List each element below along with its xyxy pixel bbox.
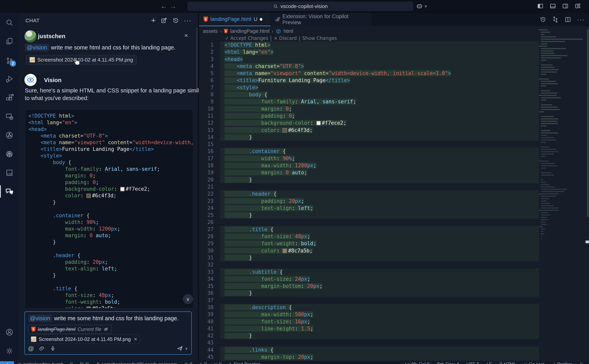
editor-code-line[interactable]: margin: 0 auto; bbox=[220, 169, 539, 176]
chat-scrollbar[interactable] bbox=[196, 27, 198, 90]
editor-code-line[interactable]: } bbox=[220, 212, 539, 219]
editor-code-line[interactable]: } bbox=[220, 290, 539, 297]
chat-code-block[interactable]: <!DOCTYPE html><html lang="en"><head> <m… bbox=[25, 110, 193, 308]
status-item[interactable]: 0 bbox=[184, 362, 192, 364]
editor-code-line[interactable]: .header { bbox=[220, 190, 539, 197]
sidebar-item-run-debug[interactable] bbox=[0, 71, 19, 86]
remove-attachment-icon[interactable]: × bbox=[134, 336, 137, 342]
editor-code-line[interactable]: margin-bottom: 20px; bbox=[220, 283, 539, 290]
accept-changes-link[interactable]: ✓ Accept Changes bbox=[225, 36, 268, 41]
editor-code-line[interactable] bbox=[220, 219, 539, 226]
editor-code-line[interactable]: <html lang="en"> bbox=[220, 48, 539, 55]
compare-changes-icon[interactable] bbox=[552, 16, 559, 23]
editor-code-line[interactable]: margin: 0; bbox=[220, 105, 539, 112]
editor-code-line[interactable]: <meta name="viewport" content="width=dev… bbox=[220, 70, 539, 77]
editor-code-line[interactable] bbox=[220, 261, 539, 268]
editor-code-line[interactable] bbox=[220, 141, 539, 148]
editor-code-line[interactable] bbox=[220, 183, 539, 190]
sidebar-item-explorer[interactable] bbox=[0, 34, 19, 49]
breadcrumb-folder[interactable]: assets bbox=[203, 28, 218, 34]
editor-code-line[interactable]: } bbox=[220, 176, 539, 183]
editor-code-line[interactable]: body { bbox=[220, 91, 539, 98]
editor-code-line[interactable]: font-family: Arial, sans-serif; bbox=[220, 98, 539, 105]
code-editor[interactable]: 1234567891011121314151617181920212223242… bbox=[199, 41, 589, 364]
minimap[interactable] bbox=[539, 29, 586, 322]
close-icon[interactable]: × bbox=[184, 32, 188, 39]
sidebar-item-source-control-graph[interactable] bbox=[0, 128, 19, 143]
remote-indicator[interactable]: ✓ bbox=[0, 361, 14, 364]
sidebar-item-remote-explorer[interactable] bbox=[0, 109, 19, 124]
editor-code-line[interactable] bbox=[220, 297, 539, 304]
editor-code-line[interactable]: color: #8c7a5b; bbox=[220, 247, 539, 254]
editor-code-line[interactable]: } bbox=[220, 332, 539, 339]
tab-extension-preview[interactable]: Extension: Vision for Copilot Preview bbox=[271, 13, 371, 26]
breadcrumb-symbol[interactable]: html bbox=[284, 28, 293, 34]
customize-layout-icon[interactable] bbox=[575, 3, 581, 9]
status-item[interactable]: Tab Size: 4 bbox=[437, 362, 459, 364]
breadcrumb-file[interactable]: landingPage.html bbox=[230, 28, 270, 34]
sidebar-item-source-control[interactable]: 2 bbox=[0, 53, 19, 68]
editor-code-line[interactable]: <style> bbox=[220, 84, 539, 91]
status-item[interactable]: justschen/vscode#99 needs reviewers bbox=[96, 362, 178, 364]
mention-icon[interactable]: @ bbox=[28, 345, 34, 352]
open-chat-in-editor-icon[interactable] bbox=[160, 17, 167, 24]
timeline-icon[interactable] bbox=[539, 16, 546, 23]
editor-code-line[interactable]: } bbox=[220, 134, 539, 141]
chat-input-text[interactable]: write me some html and css for this land… bbox=[54, 315, 179, 322]
status-item[interactable]: Go Live bbox=[523, 362, 544, 364]
microphone-icon[interactable] bbox=[50, 346, 56, 351]
toggle-panel-icon[interactable] bbox=[549, 3, 556, 9]
editor-code-line[interactable]: padding: 0; bbox=[220, 112, 539, 119]
chat-history-icon[interactable] bbox=[172, 17, 179, 24]
current-file-chip[interactable]: 5 landingPage.html Current file bbox=[28, 325, 112, 334]
editor-code-line[interactable]: text-align: left; bbox=[220, 205, 539, 212]
input-attachment-chip[interactable]: Screenshot 2024-10-02 at 4.11.45 PM.png … bbox=[28, 334, 140, 344]
sidebar-item-search[interactable] bbox=[0, 15, 19, 30]
editor-code-line[interactable]: margin-top: 20px; bbox=[220, 353, 539, 360]
editor-code-line[interactable]: <title>Furniture Landing Page</title> bbox=[220, 77, 539, 84]
breadcrumb[interactable]: assets › 5 landingPage.html › html bbox=[203, 28, 293, 34]
status-item[interactable]: ✓Prettier bbox=[552, 362, 572, 364]
editor-code-line[interactable]: font-weight: bold; bbox=[220, 240, 539, 247]
editor-code-line[interactable]: .container { bbox=[220, 148, 539, 155]
status-item[interactable]: 0 bbox=[199, 362, 207, 364]
editor-code-line[interactable]: } bbox=[220, 254, 539, 261]
nav-forward-icon[interactable]: → bbox=[169, 2, 178, 10]
editor-code-line[interactable]: .title { bbox=[220, 226, 539, 233]
editor-code-line[interactable]: font-size: 16px; bbox=[220, 318, 539, 325]
editor-code-line[interactable]: .subtitle { bbox=[220, 268, 539, 275]
status-item[interactable]: 0 bbox=[213, 362, 222, 364]
more-actions-icon[interactable]: ··· bbox=[577, 16, 585, 23]
editor-code-line[interactable]: .description { bbox=[220, 304, 539, 311]
split-editor-icon[interactable] bbox=[564, 16, 571, 23]
editor-code-line[interactable]: width: 90%; bbox=[220, 155, 539, 162]
message-attachment-chip[interactable]: Screenshot 2024-10-02 at 4.11.45 PM.png bbox=[26, 55, 137, 65]
editor-code-line[interactable] bbox=[220, 339, 539, 346]
show-changes-link[interactable]: Show Changes bbox=[302, 36, 337, 41]
editor-code-line[interactable]: background-color: #f7ece2; bbox=[220, 119, 539, 126]
editor-code-line[interactable]: color: #6c4f3d; bbox=[220, 127, 539, 134]
new-chat-icon[interactable]: + bbox=[151, 16, 156, 25]
editor-code-line[interactable]: line-height: 1.5; bbox=[220, 325, 539, 332]
modified-dot-icon[interactable] bbox=[260, 18, 262, 21]
sidebar-item-settings[interactable] bbox=[0, 344, 19, 358]
scrollbar-marker[interactable] bbox=[585, 240, 589, 243]
editor-code-line[interactable]: font-size: 48px; bbox=[220, 233, 539, 240]
status-item[interactable]: justin/readme-burn* bbox=[18, 362, 63, 364]
status-item[interactable]: LF bbox=[487, 362, 492, 364]
editor-code-lines[interactable]: <!DOCTYPE html><html lang="en"><head> <m… bbox=[220, 41, 539, 360]
nav-back-icon[interactable]: ← bbox=[159, 2, 168, 10]
input-mention-chip[interactable]: @vision bbox=[28, 315, 52, 322]
mention-chip[interactable]: @vision bbox=[25, 44, 49, 51]
sidebar-item-github[interactable] bbox=[0, 147, 19, 161]
scroll-to-bottom-button[interactable]: ∨ bbox=[183, 294, 193, 304]
send-options-chevron-icon[interactable]: ∨ bbox=[185, 346, 188, 351]
more-actions-icon[interactable]: ··· bbox=[184, 17, 192, 24]
discard-link[interactable]: × Discard bbox=[274, 36, 297, 41]
command-center-search[interactable]: vscode-copilot-vision bbox=[188, 2, 413, 11]
toggle-sidebar-right-icon[interactable] bbox=[562, 3, 569, 9]
sidebar-item-chat[interactable] bbox=[0, 184, 19, 199]
status-item[interactable]: Ln 90, Col 9 bbox=[405, 362, 429, 364]
send-icon[interactable] bbox=[177, 345, 183, 352]
attach-icon[interactable] bbox=[39, 346, 45, 351]
